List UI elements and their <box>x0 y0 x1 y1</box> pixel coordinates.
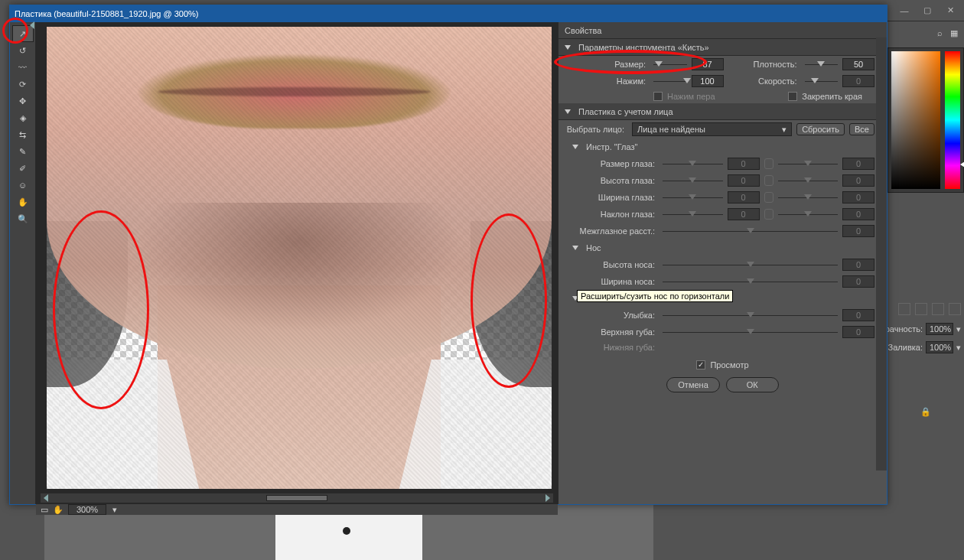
rate-slider <box>805 76 839 86</box>
smile-slider <box>663 310 838 321</box>
search-icon[interactable]: ⌕ <box>937 28 943 37</box>
eye-tilt-input-left <box>728 208 760 220</box>
ok-button[interactable]: ОК <box>726 377 779 392</box>
pen-pressure-label: Нажим пера <box>667 92 715 101</box>
pin-edges-checkbox[interactable] <box>788 92 797 101</box>
brush-section-header[interactable]: Параметры инструмента «Кисть» <box>559 39 887 56</box>
tool-freeze[interactable]: ✎ <box>12 143 34 160</box>
eye-tilt-slider-left <box>663 209 723 220</box>
tool-twirl[interactable]: ⟳ <box>12 76 34 93</box>
link-icon <box>764 158 773 169</box>
eye-size-label: Размер глаза: <box>559 159 658 168</box>
opacity-value[interactable]: 100% <box>926 323 953 335</box>
workspace-icon[interactable]: ▦ <box>950 28 958 38</box>
window-minimize[interactable]: — <box>897 5 912 17</box>
eye-tilt-label: Наклон глаза: <box>559 210 658 219</box>
reset-button: Сбросить <box>796 123 845 135</box>
eyes-section-header[interactable]: Инстр. "Глаз" <box>559 138 887 155</box>
nose-height-input <box>842 259 874 271</box>
preview-checkbox[interactable] <box>696 360 705 370</box>
properties-header: Свойства <box>559 22 887 39</box>
select-face-label: Выбрать лицо: <box>559 125 627 134</box>
eye-width-slider-right <box>778 192 839 203</box>
tooltip: Расширить/сузить нос по горизонтали <box>577 290 733 302</box>
eye-size-slider-left <box>663 158 723 169</box>
pressure-slider[interactable] <box>653 76 687 86</box>
pin-edges-label: Закрепить края <box>802 92 862 101</box>
rate-label: Скорость: <box>747 77 800 86</box>
chevron-down-icon[interactable]: ▾ <box>111 506 119 513</box>
size-slider[interactable] <box>653 59 687 70</box>
smile-label: Улыбка: <box>559 311 658 320</box>
tool-bloat[interactable]: ◈ <box>12 109 34 126</box>
eye-width-input-left <box>728 191 760 203</box>
chevron-down-icon[interactable]: ▾ <box>956 343 961 351</box>
zoom-level[interactable]: 300% <box>68 504 106 515</box>
color-picker[interactable] <box>887 47 964 193</box>
upper-lip-slider <box>663 327 838 337</box>
cancel-button[interactable]: Отмена <box>666 377 719 392</box>
tool-pucker[interactable]: ✥ <box>12 93 34 109</box>
tool-zoom[interactable]: 🔍 <box>12 210 34 227</box>
dialog-title-bar[interactable]: Пластика (beautiful-2150881_1920.jpg @ 3… <box>10 5 887 22</box>
properties-scrollbar[interactable] <box>876 37 887 470</box>
window-maximize[interactable]: ▢ <box>920 5 935 17</box>
pen-pressure-checkbox <box>653 92 663 101</box>
eye-size-input-right <box>842 158 874 170</box>
face-aware-section-header[interactable]: Пластика с учетом лица <box>559 103 887 120</box>
liquify-canvas[interactable] <box>36 22 558 493</box>
window-close[interactable]: ✕ <box>943 5 958 17</box>
fill-value[interactable]: 100% <box>926 341 953 353</box>
dialog-title: Пластика (beautiful-2150881_1920.jpg @ 3… <box>15 9 199 18</box>
fit-icon[interactable]: ▭ <box>41 505 48 515</box>
eye-height-slider-left <box>663 175 723 186</box>
tool-hand[interactable]: ✋ <box>12 194 34 210</box>
liquify-toolbar: ↗↺〰⟳✥◈⇆✎✐☺✋🔍 <box>10 22 36 504</box>
lock-icon: 🔒 <box>920 407 931 417</box>
tool-push-left[interactable]: ⇆ <box>12 126 34 143</box>
pressure-input[interactable] <box>692 75 724 87</box>
upper-lip-input <box>842 326 874 338</box>
density-label: Плотность: <box>747 60 800 69</box>
eye-height-label: Высота глаза: <box>559 176 658 185</box>
tool-face[interactable]: ☺ <box>12 177 34 194</box>
liquify-dialog: Пластика (beautiful-2150881_1920.jpg @ 3… <box>9 5 887 505</box>
link-icon <box>764 209 773 220</box>
chevron-down-icon[interactable]: ▾ <box>956 325 961 333</box>
preview-label: Просмотр <box>710 360 748 370</box>
nose-width-label: Ширина носа: <box>559 277 658 286</box>
tool-reconstruct[interactable]: ↺ <box>12 42 34 59</box>
horizontal-scrollbar[interactable] <box>41 493 553 503</box>
eye-tilt-input-right <box>842 208 874 220</box>
nose-height-slider <box>663 259 838 270</box>
eye-distance-slider-left <box>663 226 838 236</box>
pressure-label: Нажим: <box>559 77 649 86</box>
link-icon <box>764 192 773 203</box>
eye-size-slider-right <box>778 158 839 169</box>
upper-lip-label: Верхняя губа: <box>559 327 658 337</box>
eye-width-slider-left <box>663 192 723 203</box>
tool-smooth[interactable]: 〰 <box>12 59 34 76</box>
hand-mini-icon[interactable]: ✋ <box>53 505 64 515</box>
size-input[interactable] <box>692 58 724 70</box>
eye-height-input-right <box>842 174 874 187</box>
eye-distance-input-left <box>842 225 874 237</box>
rate-input <box>842 75 874 87</box>
nose-section-header[interactable]: Нос <box>559 239 887 256</box>
select-face-dropdown: Лица не найдены▾ <box>632 122 792 136</box>
nose-width-input <box>842 275 874 288</box>
density-slider[interactable] <box>805 59 839 70</box>
eye-width-label: Ширина глаза: <box>559 193 658 202</box>
layer-action-icons[interactable] <box>891 303 961 315</box>
fill-label: Заливка: <box>888 343 923 352</box>
nose-width-slider <box>663 276 838 287</box>
size-label: Размер: <box>559 60 649 69</box>
eye-tilt-slider-right <box>778 209 839 220</box>
properties-panel: Свойства Параметры инструмента «Кисть» Р… <box>558 22 887 504</box>
density-input[interactable] <box>842 58 874 70</box>
tool-thaw[interactable]: ✐ <box>12 160 34 177</box>
eye-distance-label: Межглазное расст.: <box>559 226 658 236</box>
nose-height-label: Высота носа: <box>559 260 658 269</box>
eye-height-slider-right <box>778 175 839 186</box>
smile-input <box>842 309 874 321</box>
